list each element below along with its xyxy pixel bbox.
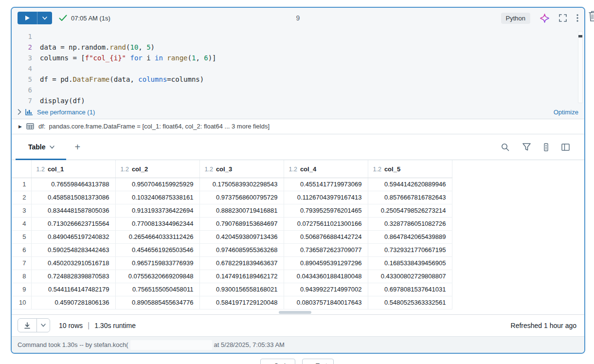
data-cell[interactable]: 0.5441164147482179 [31, 283, 115, 296]
data-cell[interactable]: 0.1685338439456905 [368, 256, 452, 270]
see-performance-link[interactable]: See performance (1) [37, 109, 95, 116]
download-options-button[interactable] [36, 319, 50, 332]
assistant-sparkle-icon[interactable] [540, 14, 549, 23]
data-cell[interactable]: 0.17505839302298543 [199, 178, 284, 191]
data-cell[interactable]: 0.08037571840017643 [284, 296, 368, 309]
data-cell[interactable]: 0.9507046159925929 [115, 178, 199, 191]
code-scrollbar-track[interactable] [578, 31, 583, 103]
code-line[interactable]: 7display(df) [12, 95, 584, 106]
expand-fullscreen-icon[interactable] [559, 14, 567, 22]
data-cell[interactable]: 0.11267043979167413 [284, 191, 368, 204]
data-cell[interactable]: 0.4502032910516718 [31, 256, 115, 270]
add-text-cell-button[interactable]: + Text [302, 359, 334, 364]
code-line[interactable]: 5df = pd.DataFrame(data, columns=columns… [12, 74, 584, 85]
column-header-col_3[interactable]: 1.2col_3 [199, 160, 284, 178]
code-scrollbar-thumb[interactable] [578, 35, 582, 37]
language-selector[interactable]: Python [501, 13, 530, 24]
results-table-region: 1.2col_11.2col_21.2col_31.2col_41.2col_5… [12, 160, 584, 314]
variable-inspector-row[interactable]: ▶ df: pandas.core.frame.DataFrame = [col… [12, 119, 584, 134]
run-cell-button[interactable] [18, 12, 37, 24]
data-cell[interactable]: 0.8647842065439889 [368, 230, 452, 243]
row-number-cell: 10 [12, 296, 31, 309]
table-body: 10.7655984643137880.95070461599259290.17… [12, 178, 452, 309]
code-editor[interactable]: 12data = np.random.rand(10, 5)3columns =… [12, 28, 584, 105]
data-cell[interactable]: 0.7365872623709077 [284, 243, 368, 256]
code-line[interactable]: 3columns = [f"col_{i}" for i in range(1,… [12, 53, 584, 63]
data-cell[interactable]: 0.4546561926503546 [115, 243, 199, 256]
data-cell[interactable]: 0.7248828398870583 [31, 270, 115, 283]
column-name: col_3 [216, 165, 232, 173]
optimize-link[interactable]: Optimize [554, 109, 578, 116]
data-cell[interactable]: 0.5480525363332561 [368, 296, 452, 309]
code-token: 10 [130, 43, 138, 51]
data-cell[interactable]: 0.7130266623715564 [31, 217, 115, 230]
data-cell[interactable]: 0.8576667816782643 [368, 191, 452, 204]
column-options-icon[interactable] [544, 143, 548, 151]
data-cell[interactable]: 0.9300156558168021 [199, 283, 284, 296]
data-cell[interactable]: 0.9131933736422694 [115, 204, 199, 217]
code-line[interactable]: 2data = np.random.rand(10, 5) [12, 42, 584, 53]
data-cell[interactable]: 0.8905885455634776 [115, 296, 199, 309]
data-cell[interactable]: 0.9657159833776939 [115, 256, 199, 270]
code-line[interactable]: 4 [12, 63, 584, 74]
data-cell[interactable]: 0.7329321770667195 [368, 243, 452, 256]
download-button[interactable] [18, 319, 36, 332]
chevron-right-icon[interactable] [18, 109, 21, 115]
code-line[interactable]: 6 [12, 85, 584, 95]
data-cell[interactable]: 0.43300802729808807 [368, 270, 452, 283]
horizontal-scrollbar-thumb[interactable] [279, 311, 311, 314]
filter-icon[interactable] [522, 143, 531, 151]
data-cell[interactable]: 0.3287786051082726 [368, 217, 452, 230]
download-icon [24, 322, 31, 329]
run-options-button[interactable] [37, 12, 52, 24]
code-lines: 12data = np.random.rand(10, 5)3columns =… [12, 31, 584, 106]
data-cell[interactable]: 0.9737568600795729 [199, 191, 284, 204]
data-cell[interactable]: 0.7907689153684697 [199, 217, 284, 230]
data-cell[interactable]: 0.4585815081373086 [31, 191, 115, 204]
data-cell[interactable]: 0.4551417719973069 [284, 178, 368, 191]
data-cell[interactable]: 0.5902548283442463 [31, 243, 115, 256]
data-cell[interactable]: 0.9439922714997002 [284, 283, 368, 296]
delete-cell-trash-icon[interactable] [588, 10, 594, 24]
data-cell[interactable]: 0.07556320669209848 [115, 270, 199, 283]
line-number: 1 [12, 31, 40, 42]
data-cell[interactable]: 0.7565155050458011 [115, 283, 199, 296]
data-cell[interactable]: 0.5068766884142724 [284, 230, 368, 243]
column-header-col_1[interactable]: 1.2col_1 [31, 160, 115, 178]
data-cell[interactable]: 0.765598464313788 [31, 178, 115, 191]
cell-toolbar-right: Python [501, 13, 578, 24]
data-cell[interactable]: 0.7700813344962344 [115, 217, 199, 230]
data-cell[interactable]: 0.6978081537641031 [368, 283, 452, 296]
play-icon [25, 15, 30, 21]
data-cell[interactable]: 0.8882300719416881 [199, 204, 284, 217]
data-cell[interactable]: 0.6782291839463637 [199, 256, 284, 270]
tab-table[interactable]: Table [28, 143, 54, 151]
data-cell[interactable]: 0.26546640333112426 [115, 230, 199, 243]
code-token: ) [151, 43, 155, 51]
data-cell[interactable]: 0.5944142620889946 [368, 178, 452, 191]
data-cell[interactable]: 0.8490465197240832 [31, 230, 115, 243]
column-header-col_5[interactable]: 1.2col_5 [368, 160, 452, 178]
data-cell[interactable]: 0.1032406875338161 [115, 191, 199, 204]
data-cell[interactable]: 0.5841971729120048 [199, 296, 284, 309]
data-cell[interactable]: 0.1474916189462172 [199, 270, 284, 283]
column-header-col_2[interactable]: 1.2col_2 [115, 160, 199, 178]
column-header-col_4[interactable]: 1.2col_4 [284, 160, 368, 178]
code-token: for [130, 54, 142, 62]
data-cell[interactable]: 0.4204593809713436 [199, 230, 284, 243]
add-visualization-button[interactable]: + [75, 142, 81, 153]
data-cell[interactable]: 0.07275611021300166 [284, 217, 368, 230]
data-cell[interactable]: 0.04343601884180048 [284, 270, 368, 283]
code-line[interactable]: 1 [12, 31, 584, 42]
search-icon[interactable] [501, 143, 509, 151]
data-cell[interactable]: 0.9746085955363268 [199, 243, 284, 256]
data-cell[interactable]: 0.25054798526273214 [368, 204, 452, 217]
data-cell[interactable]: 0.8904595391297296 [284, 256, 368, 270]
expand-triangle-icon[interactable]: ▶ [18, 124, 22, 129]
data-cell[interactable]: 0.8344481587805036 [31, 204, 115, 217]
kebab-menu-icon[interactable] [576, 14, 578, 22]
layout-panel-icon[interactable] [561, 144, 570, 151]
data-cell[interactable]: 0.45907281806136 [31, 296, 115, 309]
data-cell[interactable]: 0.7939525976201465 [284, 204, 368, 217]
add-code-cell-button[interactable]: + Code [260, 359, 295, 364]
